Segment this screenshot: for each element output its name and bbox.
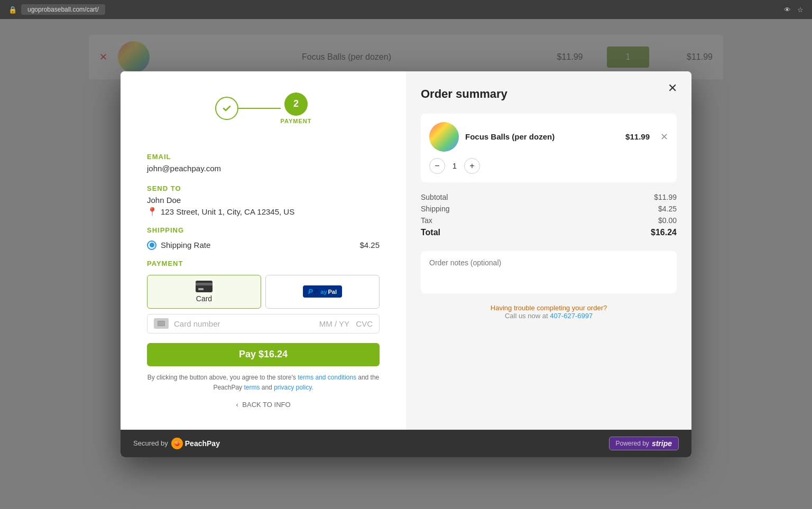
step2-label: PAYMENT (281, 118, 312, 124)
shipping-option-name: Shipping Rate (161, 240, 210, 249)
tax-label: Tax (421, 216, 432, 225)
email-label: EMAIL (147, 153, 380, 161)
peachpay-name: PeachPay (185, 439, 220, 448)
step1-circle (215, 97, 238, 120)
shipping-option-price: $4.25 (359, 240, 380, 249)
stripe-text: stripe (652, 439, 672, 448)
item-price: $11.99 (625, 132, 650, 141)
card-date-placeholder: MM / YY CVC (319, 319, 373, 328)
card-input-row[interactable]: Card number MM / YY CVC (147, 314, 380, 334)
card-icon (196, 281, 213, 292)
shipping-label: SHIPPING (147, 226, 380, 234)
sendto-label: SEND TO (147, 184, 380, 192)
order-summary-title: Order summary (421, 87, 677, 101)
tax-value: $0.00 (658, 216, 677, 225)
privacy-link[interactable]: privacy policy (274, 384, 311, 391)
eye-off-icon: 👁 (784, 6, 791, 14)
disclaimer-text: By clicking the button above, you agree … (147, 373, 380, 393)
peachpay-icon: 🍑 (171, 438, 183, 449)
order-item-card: Focus Balls (per dozen) $11.99 ✕ − 1 + (421, 114, 677, 182)
payment-label: PAYMENT (147, 260, 380, 267)
card-btn-label: Card (196, 294, 212, 303)
recipient-name: John Doe (147, 196, 380, 205)
help-section: Having trouble completing your order? Ca… (421, 304, 677, 320)
address-row: 📍 123 Street, Unit 1, City, CA 12345, US (147, 207, 380, 217)
secured-by: Secured by 🍑 PeachPay (133, 438, 220, 449)
paypal-payment-button[interactable]: P P ay Pal (265, 275, 380, 309)
item-name: Focus Balls (per dozen) (465, 132, 619, 141)
stripe-badge: Powered by stripe (609, 437, 679, 450)
qty-controls: − 1 + (429, 158, 668, 174)
powered-by-text: Powered by (616, 440, 649, 447)
back-to-info-link[interactable]: ‹ BACK TO INFO (147, 401, 380, 409)
qty-decrease-button[interactable]: − (429, 158, 445, 174)
pay-button[interactable]: Pay $16.24 (147, 343, 380, 366)
modal-overlay: 2 PAYMENT EMAIL john@peachpay.com SEND T… (0, 19, 812, 509)
trouble-text: Having trouble completing your order? (491, 304, 607, 312)
step-line (238, 108, 281, 109)
step2-circle: 2 (284, 92, 308, 116)
right-panel: ✕ Order summary Focus Balls (per dozen) … (406, 71, 691, 430)
shipping-total-value: $4.25 (658, 205, 677, 213)
url-bar[interactable]: ugoprobaseball.com/cart/ (21, 4, 105, 15)
total-row: Total $16.24 (421, 228, 677, 237)
payment-methods: Card P P ay Pal (147, 275, 380, 309)
item-remove-button[interactable]: ✕ (660, 131, 668, 143)
modal-footer: Secured by 🍑 PeachPay Powered by stripe (121, 430, 691, 457)
shipping-total-label: Shipping (421, 205, 450, 213)
subtotal-value: $11.99 (654, 193, 677, 201)
lock-icon: 🔒 (8, 6, 17, 14)
qty-increase-button[interactable]: + (464, 158, 480, 174)
card-payment-button[interactable]: Card (147, 275, 261, 309)
terms-link[interactable]: terms and conditions (298, 374, 356, 381)
order-notes-input[interactable] (421, 251, 677, 293)
secured-text: Secured by (133, 439, 168, 447)
shipping-row: Shipping $4.25 (421, 205, 677, 213)
card-chip-icon (154, 318, 169, 329)
radio-button[interactable] (147, 240, 156, 250)
item-image (429, 122, 459, 152)
total-label: Total (421, 228, 440, 237)
shipping-option: Shipping Rate $4.25 (147, 240, 380, 250)
tax-row: Tax $0.00 (421, 216, 677, 225)
totals-section: Subtotal $11.99 Shipping $4.25 Tax $0.00… (421, 191, 677, 243)
order-item-row: Focus Balls (per dozen) $11.99 ✕ (429, 122, 668, 152)
peachpay-terms-link[interactable]: terms (244, 384, 260, 391)
star-icon: ☆ (797, 6, 804, 14)
call-text: Call us now at (505, 312, 548, 320)
left-panel: 2 PAYMENT EMAIL john@peachpay.com SEND T… (121, 71, 406, 430)
stepper: 2 PAYMENT (147, 92, 380, 124)
phone-link[interactable]: 407-627-6997 (550, 312, 593, 320)
card-number-placeholder: Card number (174, 319, 314, 328)
address-text: 123 Street, Unit 1, City, CA 12345, US (161, 207, 294, 216)
paypal-icon: P P ay Pal (303, 285, 342, 298)
subtotal-row: Subtotal $11.99 (421, 193, 677, 201)
total-value: $16.24 (651, 228, 677, 237)
subtotal-label: Subtotal (421, 193, 448, 201)
email-value: john@peachpay.com (147, 164, 380, 173)
checkout-modal: 2 PAYMENT EMAIL john@peachpay.com SEND T… (121, 71, 691, 457)
close-button[interactable]: ✕ (664, 80, 681, 97)
peachpay-logo: 🍑 PeachPay (171, 438, 220, 449)
pin-icon: 📍 (147, 207, 158, 217)
qty-value: 1 (445, 161, 464, 170)
browser-bar: 🔒 ugoprobaseball.com/cart/ 👁 ☆ (0, 0, 812, 19)
